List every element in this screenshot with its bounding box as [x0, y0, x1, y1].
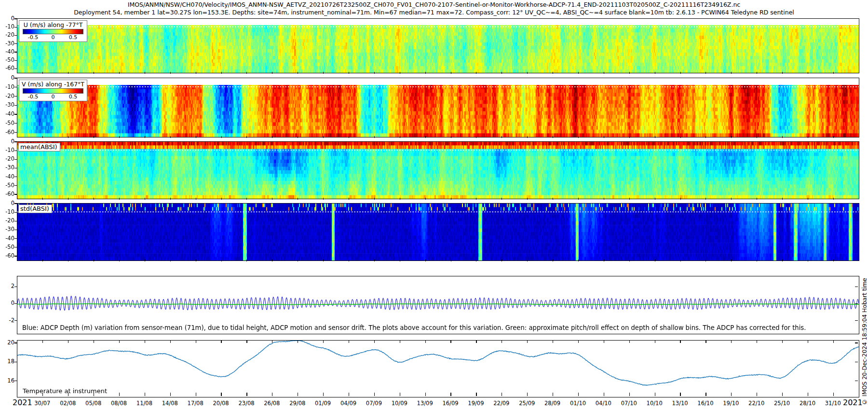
date-tick-mark-top	[502, 341, 502, 343]
date-tick-mark	[782, 72, 783, 74]
date-tick-mark	[298, 260, 298, 261]
y-tick-label: 0	[0, 300, 14, 306]
y-tick-label: -20	[0, 93, 14, 99]
date-tick-mark	[196, 260, 196, 261]
y-tick-label: 0	[0, 74, 14, 81]
date-tick-mark	[221, 198, 222, 200]
year-label-right: 2021	[843, 398, 863, 407]
x-axis-dates: 30/0702/0805/0808/0811/0814/0817/0820/08…	[0, 400, 868, 409]
date-tick-label: 07/09	[366, 400, 382, 407]
date-tick-mark-bottom	[145, 393, 145, 396]
date-tick-mark	[246, 198, 247, 200]
y-tick-mark-right	[855, 342, 858, 343]
date-tick-label: 22/10	[748, 400, 764, 407]
date-tick-mark-top	[629, 341, 630, 343]
y-tick-mark	[14, 342, 17, 343]
date-tick-label: 04/09	[340, 400, 356, 407]
date-tick-mark	[705, 72, 706, 74]
date-tick-mark-top	[42, 341, 43, 343]
date-tick-mark	[298, 72, 298, 74]
y-tick-mark-right	[855, 320, 858, 321]
date-tick-mark	[553, 198, 553, 200]
date-tick-label: 31/10	[825, 400, 841, 407]
date-tick-mark	[298, 198, 298, 200]
date-tick-mark-top	[757, 341, 757, 343]
y-tick-label: -30	[0, 101, 14, 108]
y-tick-mark-right	[855, 287, 858, 287]
date-tick-mark	[323, 198, 324, 200]
date-tick-label: 17/08	[188, 400, 203, 407]
y-tick-label: 0	[0, 138, 14, 145]
date-tick-mark	[349, 72, 349, 74]
date-tick-mark-bottom	[629, 393, 630, 396]
date-tick-mark-top	[119, 341, 120, 343]
date-tick-label: 19/09	[468, 400, 484, 407]
v-colorbar-gradient	[23, 88, 83, 94]
date-tick-mark	[578, 136, 579, 138]
date-tick-mark	[42, 260, 43, 261]
date-tick-label: 30/07	[34, 400, 50, 407]
date-tick-mark	[476, 136, 476, 138]
date-tick-label: 02/08	[60, 400, 76, 407]
date-tick-mark	[374, 198, 375, 200]
date-tick-mark	[451, 198, 451, 200]
date-tick-mark	[680, 198, 681, 200]
date-tick-mark	[757, 136, 757, 138]
date-tick-mark-top	[272, 341, 272, 343]
y-tick-mark	[14, 212, 17, 213]
date-tick-mark-top	[145, 341, 145, 343]
date-tick-mark-bottom	[400, 393, 400, 396]
y-tick-mark	[14, 123, 17, 123]
date-tick-label: 13/10	[672, 400, 688, 407]
date-tick-label: 29/08	[289, 400, 305, 407]
date-tick-mark-top	[94, 341, 94, 343]
date-tick-mark	[502, 198, 502, 200]
date-tick-label: 25/10	[774, 400, 790, 407]
date-tick-mark	[400, 198, 400, 200]
date-tick-mark	[349, 198, 349, 200]
date-tick-mark-bottom	[757, 393, 757, 396]
date-tick-mark	[476, 198, 476, 200]
date-tick-mark	[68, 198, 68, 200]
date-tick-mark	[731, 136, 732, 138]
date-tick-mark-bottom	[731, 393, 732, 396]
y-tick-mark	[14, 320, 17, 321]
date-tick-mark	[196, 198, 196, 200]
date-tick-mark-bottom	[808, 393, 808, 396]
panel-u-velocity: U (m/s) along -77°T -0.5 0 0.5 0-10-20-3…	[17, 18, 859, 73]
date-tick-label: 01/09	[315, 400, 331, 407]
panel-mean-absi: mean(ABSI) 0-10-20-30-40-50-60	[17, 141, 859, 199]
y-tick-label: -60	[0, 252, 14, 259]
date-tick-mark	[170, 136, 171, 138]
date-tick-mark-top	[196, 341, 196, 343]
y-tick-label: -40	[0, 235, 14, 242]
y-tick-label: 18	[0, 358, 14, 365]
figure-title-line2: Deployment 54, member 1 lat=30.27S lon=1…	[0, 9, 868, 16]
v-colorbar-tick-pos: 0.5	[69, 94, 78, 100]
date-tick-mark	[731, 72, 732, 74]
y-tick-label: 20	[0, 339, 14, 346]
y-tick-label: -10	[0, 23, 14, 30]
date-tick-label: 01/10	[570, 400, 586, 407]
date-tick-mark	[221, 260, 222, 261]
date-tick-mark-top	[655, 341, 655, 343]
date-tick-mark	[578, 260, 579, 261]
date-tick-mark	[655, 260, 655, 261]
date-tick-mark-top	[553, 341, 553, 343]
y-tick-mark	[14, 238, 17, 239]
y-tick-mark	[14, 114, 17, 114]
date-tick-mark	[502, 260, 502, 261]
u-colorbar-gradient	[23, 29, 83, 34]
date-tick-mark	[68, 136, 68, 138]
y-tick-label: 0	[0, 15, 14, 22]
temperature-canvas	[17, 341, 859, 397]
date-tick-mark	[196, 136, 196, 138]
date-tick-mark	[629, 72, 630, 74]
date-tick-label: 11/08	[136, 400, 152, 407]
depth-variation-annotation: Blue: ADCP Depth (m) variation from sens…	[22, 324, 806, 331]
date-tick-label: 10/10	[647, 400, 663, 407]
date-tick-mark	[145, 136, 145, 138]
u-colorbar-tick-neg: -0.5	[28, 34, 38, 41]
date-tick-mark	[323, 72, 324, 74]
y-tick-label: -20	[0, 217, 14, 224]
